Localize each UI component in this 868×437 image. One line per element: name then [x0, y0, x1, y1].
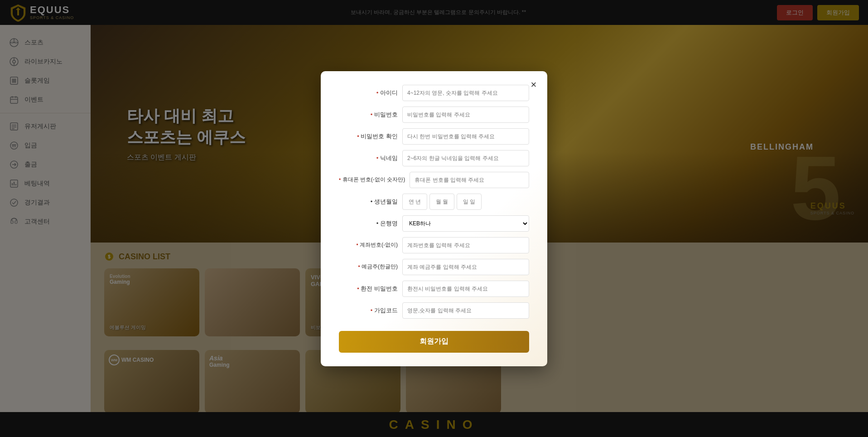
- form-row-depositor: • 예금주(한글만): [339, 259, 529, 275]
- form-row-referral: • 가입코드: [339, 302, 529, 319]
- input-phone[interactable]: [410, 172, 529, 188]
- label-bank: • 은행명: [339, 219, 398, 228]
- form-row-birthdate: • 생년월일: [339, 194, 529, 210]
- modal-close-button[interactable]: ×: [527, 78, 540, 92]
- submit-register-button[interactable]: 회원가입: [339, 331, 529, 353]
- input-password-confirm[interactable]: [402, 128, 529, 145]
- label-phone: • 휴대폰 번호(-없이 숫자만): [339, 176, 405, 184]
- label-account: • 계좌번호(-없이): [339, 241, 398, 249]
- birthdate-group: [402, 194, 529, 210]
- label-birthdate: • 생년월일: [339, 198, 398, 206]
- label-withdrawal-pw: • 환전 비밀번호: [339, 285, 398, 293]
- input-depositor[interactable]: [402, 259, 529, 275]
- form-row-bank: • 은행명 KEB하나 국민 신한 우리 농협 기업 SC제일 씨티 카카오뱅크…: [339, 215, 529, 232]
- input-account[interactable]: [402, 237, 529, 253]
- form-row-password-confirm: • 비밀번호 확인: [339, 128, 529, 145]
- bank-select[interactable]: KEB하나 국민 신한 우리 농협 기업 SC제일 씨티 카카오뱅크 토스뱅크: [402, 215, 529, 232]
- registration-modal: × • 아이디 • 비밀번호 • 비밀번호 확인 • 닉네임: [321, 71, 547, 366]
- form-row-password: • 비밀번호: [339, 107, 529, 123]
- label-password: • 비밀번호: [339, 111, 398, 119]
- form-row-id: • 아이디: [339, 85, 529, 101]
- label-referral: • 가입코드: [339, 306, 398, 315]
- modal-overlay[interactable]: × • 아이디 • 비밀번호 • 비밀번호 확인 • 닉네임: [0, 0, 868, 437]
- input-user-id[interactable]: [402, 85, 529, 101]
- label-depositor: • 예금주(한글만): [339, 263, 398, 271]
- form-row-phone: • 휴대폰 번호(-없이 숫자만): [339, 172, 529, 188]
- form-row-account: • 계좌번호(-없이): [339, 237, 529, 253]
- input-referral[interactable]: [402, 302, 529, 319]
- label-id: • 아이디: [339, 89, 398, 97]
- input-withdrawal-pw[interactable]: [402, 281, 529, 297]
- input-password[interactable]: [402, 107, 529, 123]
- form-row-nickname: • 닉네임: [339, 150, 529, 166]
- label-nickname: • 닉네임: [339, 154, 398, 162]
- form-row-withdrawal-pw: • 환전 비밀번호: [339, 281, 529, 297]
- input-birth-day[interactable]: [457, 194, 482, 210]
- input-birth-year[interactable]: [402, 194, 427, 210]
- input-nickname[interactable]: [402, 150, 529, 166]
- label-password-confirm: • 비밀번호 확인: [339, 132, 398, 141]
- input-birth-month[interactable]: [429, 194, 454, 210]
